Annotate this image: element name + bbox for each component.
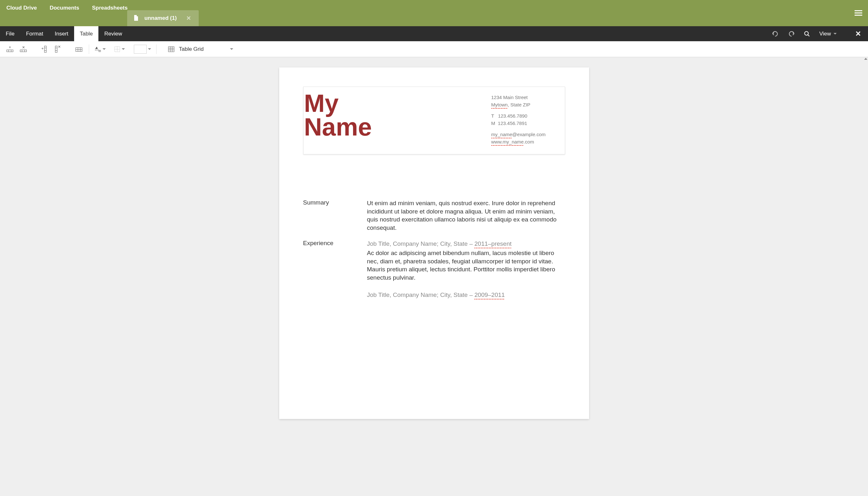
insert-row-icon[interactable]: + <box>4 44 16 55</box>
view-label: View <box>819 31 831 37</box>
experience-row: Experience Job Title, Company Name; City… <box>303 240 565 300</box>
experience-body[interactable]: Job Title, Company Name; City, State – 2… <box>367 240 565 300</box>
svg-text:✕: ✕ <box>22 46 25 49</box>
fill-color-icon <box>94 46 101 53</box>
borders-icon <box>114 46 121 52</box>
svg-rect-6 <box>20 50 27 52</box>
color-swatch <box>134 45 147 54</box>
redo-icon[interactable] <box>788 30 795 37</box>
view-dropdown[interactable]: View <box>819 31 837 37</box>
menu-table[interactable]: Table <box>74 26 99 41</box>
menu-review[interactable]: Review <box>98 26 128 41</box>
top-header: Cloud Drive Documents Spreadsheets unnam… <box>0 0 868 26</box>
resume-content[interactable]: Summary Ut enim ad minim veniam, quis no… <box>303 199 565 300</box>
resume-header-table[interactable]: My Name 1234 Main Street Mytown, State Z… <box>303 87 565 154</box>
doc-tab[interactable]: unnamed (1) ✕ <box>127 10 199 26</box>
delete-column-icon[interactable]: ✕ <box>52 44 64 55</box>
resume-contact-cell[interactable]: 1234 Main Street Mytown, State ZIP T 123… <box>488 87 565 154</box>
table-toolbar: + ✕ + ✕ <box>0 41 868 57</box>
menu-right: View ✕ <box>772 30 868 38</box>
page-canvas[interactable]: My Name 1234 Main Street Mytown, State Z… <box>279 67 589 419</box>
top-nav: Cloud Drive Documents Spreadsheets <box>0 0 134 16</box>
chevron-down-icon <box>102 48 106 50</box>
table-style-dropdown[interactable]: Table Grid <box>165 45 236 54</box>
undo-icon[interactable] <box>772 30 779 37</box>
svg-rect-10 <box>44 46 46 52</box>
svg-text:+: + <box>41 46 44 51</box>
close-panel-icon[interactable]: ✕ <box>855 30 861 38</box>
search-icon[interactable] <box>804 31 810 37</box>
job1-header: Job Title, Company Name; City, State – 2… <box>367 240 565 248</box>
svg-line-1 <box>808 34 809 36</box>
border-style-dropdown[interactable] <box>113 46 126 52</box>
scroll-up-arrow[interactable] <box>864 58 867 60</box>
contact-email: my_name@example.com <box>491 131 562 138</box>
document-icon <box>133 15 139 21</box>
nav-cloud-drive[interactable]: Cloud Drive <box>0 0 43 16</box>
nav-spreadsheets[interactable]: Spreadsheets <box>85 0 134 16</box>
svg-rect-2 <box>7 50 13 52</box>
doc-tab-container: unnamed (1) ✕ <box>127 10 199 26</box>
contact-phone-t: T 123.456.7890 <box>491 112 562 119</box>
experience-label: Experience <box>303 240 367 300</box>
summary-text[interactable]: Ut enim ad minim veniam, quis nostrud ex… <box>367 199 565 232</box>
job1-description: Ac dolor ac adipiscing amet bibendum nul… <box>367 249 565 282</box>
summary-row: Summary Ut enim ad minim veniam, quis no… <box>303 199 565 232</box>
chevron-down-icon <box>122 48 125 50</box>
summary-label: Summary <box>303 199 367 232</box>
chevron-down-icon <box>834 33 837 34</box>
table-grid-icon <box>168 46 174 52</box>
contact-address1: 1234 Main Street <box>491 94 562 101</box>
nav-documents[interactable]: Documents <box>43 0 85 16</box>
menu-file[interactable]: File <box>0 26 20 41</box>
svg-rect-22 <box>95 49 98 50</box>
toolbar-separator <box>89 44 89 54</box>
chevron-down-icon <box>230 48 233 50</box>
document-area[interactable]: My Name 1234 Main Street Mytown, State Z… <box>0 57 868 496</box>
resume-name-cell[interactable]: My Name <box>303 87 488 154</box>
svg-text:+: + <box>9 46 11 49</box>
svg-rect-14 <box>55 46 57 52</box>
job2-header: Job Title, Company Name; City, State – 2… <box>367 291 565 299</box>
delete-table-icon[interactable] <box>73 44 85 55</box>
svg-rect-29 <box>168 47 174 52</box>
doc-tab-name: unnamed (1) <box>144 15 177 21</box>
menu-bar: File Format Insert Table Review View ✕ <box>0 26 868 41</box>
menu-insert[interactable]: Insert <box>49 26 74 41</box>
contact-phone-m: M 123.456.7891 <box>491 120 562 127</box>
hamburger-menu-icon[interactable] <box>855 9 862 17</box>
svg-point-0 <box>805 31 809 35</box>
menu-format[interactable]: Format <box>20 26 49 41</box>
table-style-label: Table Grid <box>179 46 204 52</box>
toolbar-separator <box>156 44 157 54</box>
delete-row-icon[interactable]: ✕ <box>17 44 29 55</box>
fill-color-dropdown[interactable] <box>93 46 107 53</box>
contact-address2: Mytown, State ZIP <box>491 101 562 108</box>
close-icon[interactable]: ✕ <box>186 15 191 22</box>
name-line2: Name <box>304 113 372 141</box>
insert-column-icon[interactable]: + <box>38 44 50 55</box>
contact-website: www.my_name.com <box>491 138 562 145</box>
border-color-dropdown[interactable] <box>132 45 153 54</box>
chevron-down-icon <box>148 48 151 50</box>
svg-text:✕: ✕ <box>58 45 61 49</box>
